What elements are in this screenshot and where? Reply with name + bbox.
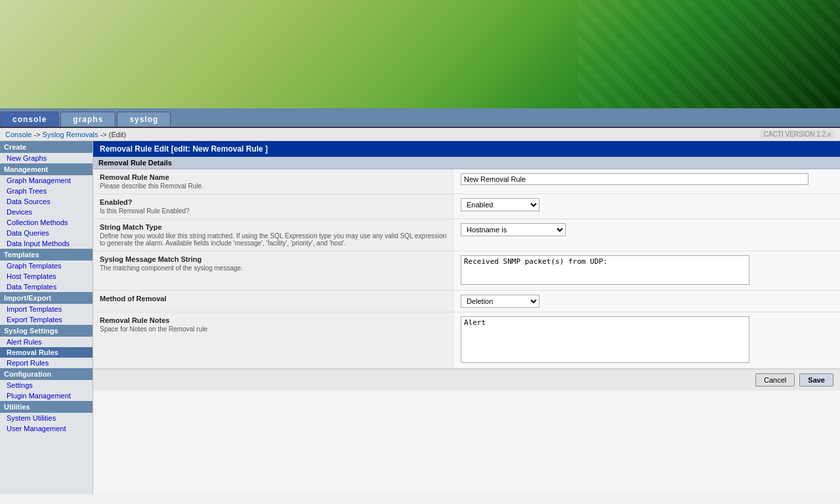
- breadcrumb-edit: (Edit): [109, 131, 126, 138]
- sidebar-item-report-rules[interactable]: Report Rules: [0, 358, 93, 368]
- form-section-header: Removal Rule Details: [93, 157, 840, 169]
- select-string-match-type[interactable]: Hostname is Hostname contains Message co…: [461, 223, 566, 236]
- sidebar-item-data-templates[interactable]: Data Templates: [0, 282, 93, 292]
- breadcrumb-console[interactable]: Console: [5, 131, 32, 138]
- sidebar-item-host-templates[interactable]: Host Templates: [0, 271, 93, 282]
- field-title-syslog-message: Syslog Message Match String: [100, 255, 448, 263]
- field-desc-removal-rule-notes: Space for Notes on the Removal rule: [100, 326, 448, 333]
- tab-graphs[interactable]: graphs: [60, 112, 116, 127]
- textarea-syslog-message[interactable]: Received SNMP packet(s) from UDP:: [461, 255, 749, 285]
- sidebar-item-export-templates[interactable]: Export Templates: [0, 314, 93, 325]
- main-layout: Create New Graphs Management Graph Manag…: [0, 141, 840, 494]
- cancel-button[interactable]: Cancel: [755, 373, 795, 387]
- field-row-string-match-type: String Match Type Define how you would l…: [93, 219, 840, 251]
- field-title-removal-rule-notes: Removal Rule Notes: [100, 316, 448, 324]
- sidebar: Create New Graphs Management Graph Manag…: [0, 141, 93, 494]
- form-title-bracket-close: ]: [265, 144, 268, 154]
- textarea-removal-rule-notes[interactable]: Alert: [461, 316, 749, 363]
- field-title-removal-rule-name: Removal Rule Name: [100, 173, 448, 181]
- sidebar-item-data-input-methods[interactable]: Data Input Methods: [0, 238, 93, 249]
- field-row-enabled: Enabled? Is this Removal Rule Enabled? E…: [93, 194, 840, 219]
- field-desc-string-match-type: Define how you would like this string ma…: [100, 232, 448, 247]
- sidebar-item-data-queries[interactable]: Data Queries: [0, 228, 93, 238]
- form-footer: Cancel Save: [93, 369, 840, 390]
- sidebar-header-management: Management: [0, 163, 93, 175]
- form-title: Removal Rule Edit [edit: New Removal Rul…: [93, 141, 840, 157]
- form-title-new: New Removal Rule: [192, 144, 262, 154]
- form-title-bracket: [edit:: [171, 144, 193, 154]
- breadcrumb-arrow2: ->: [100, 131, 109, 138]
- nav-tabs: console graphs syslog: [0, 108, 840, 128]
- sidebar-header-import-export: Import/Export: [0, 292, 93, 304]
- field-row-syslog-message: Syslog Message Match String The matching…: [93, 251, 840, 291]
- top-banner: [0, 0, 840, 108]
- sidebar-header-syslog-settings: Syslog Settings: [0, 325, 93, 337]
- sidebar-item-removal-rules[interactable]: Removal Rules: [0, 347, 93, 358]
- sidebar-item-settings[interactable]: Settings: [0, 380, 93, 390]
- sidebar-item-system-utilities[interactable]: System Utilities: [0, 413, 93, 423]
- content-area: Removal Rule Edit [edit: New Removal Rul…: [93, 141, 840, 494]
- field-row-removal-rule-name: Removal Rule Name Please describe this R…: [93, 169, 840, 194]
- form-title-text: Removal Rule Edit: [100, 144, 169, 154]
- field-row-removal-rule-notes: Removal Rule Notes Space for Notes on th…: [93, 312, 840, 369]
- field-row-method-of-removal: Method of Removal Deletion Suppression: [93, 291, 840, 312]
- sidebar-item-graph-management[interactable]: Graph Management: [0, 175, 93, 186]
- breadcrumb-arrow1: ->: [33, 131, 42, 138]
- sidebar-item-graph-templates[interactable]: Graph Templates: [0, 261, 93, 271]
- sidebar-item-graph-trees[interactable]: Graph Trees: [0, 186, 93, 196]
- sidebar-item-new-graphs[interactable]: New Graphs: [0, 153, 93, 163]
- field-title-string-match-type: String Match Type: [100, 223, 448, 231]
- sidebar-header-templates: Templates: [0, 249, 93, 261]
- breadcrumb: Console -> Syslog Removals -> (Edit) CAC…: [0, 128, 840, 141]
- sidebar-item-user-management[interactable]: User Management: [0, 423, 93, 434]
- sidebar-header-configuration: Configuration: [0, 368, 93, 380]
- version-badge: CACTI VERSION 1.2.x: [760, 130, 835, 138]
- breadcrumb-syslog[interactable]: Syslog Removals: [43, 131, 98, 138]
- form-table: Removal Rule Name Please describe this R…: [93, 169, 840, 369]
- save-button[interactable]: Save: [799, 373, 833, 387]
- sidebar-header-create: Create: [0, 141, 93, 153]
- field-desc-syslog-message: The matching component of the syslog mes…: [100, 264, 448, 272]
- select-enabled[interactable]: Enabled Disabled: [461, 198, 539, 211]
- sidebar-item-collection-methods[interactable]: Collection Methods: [0, 217, 93, 228]
- field-title-method-of-removal: Method of Removal: [100, 295, 448, 303]
- sidebar-item-alert-rules[interactable]: Alert Rules: [0, 337, 93, 347]
- input-removal-rule-name[interactable]: [461, 173, 808, 185]
- sidebar-header-utilities: Utilities: [0, 401, 93, 413]
- tab-console[interactable]: console: [0, 112, 59, 127]
- sidebar-item-devices[interactable]: Devices: [0, 207, 93, 217]
- field-title-enabled: Enabled?: [100, 198, 448, 206]
- field-desc-removal-rule-name: Please describe this Removal Rule.: [100, 182, 448, 190]
- field-desc-enabled: Is this Removal Rule Enabled?: [100, 207, 448, 215]
- sidebar-item-plugin-management[interactable]: Plugin Management: [0, 390, 93, 401]
- tab-syslog[interactable]: syslog: [117, 112, 171, 127]
- sidebar-item-import-templates[interactable]: Import Templates: [0, 304, 93, 314]
- sidebar-item-data-sources[interactable]: Data Sources: [0, 196, 93, 207]
- select-method-of-removal[interactable]: Deletion Suppression: [461, 295, 539, 308]
